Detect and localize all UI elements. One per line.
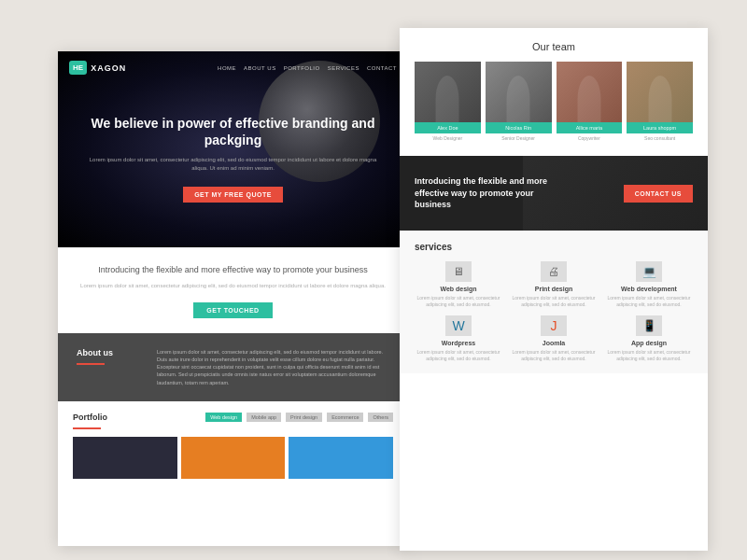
service-name-4: Wordpress: [415, 340, 502, 346]
hero-nav: HE XAGON HOME ABOUT US PORTFOLIO SERVICE…: [58, 61, 408, 75]
service-name-6: App design: [605, 340, 693, 346]
portfolio-filters: Web design Mobile app Print design Ecomm…: [205, 413, 393, 422]
service-app-design: 📱 App design Lorem ipsum dolor sit amet,…: [605, 315, 693, 362]
service-desc-3: Lorem ipsum dolor sit amet, consectetur …: [605, 295, 693, 308]
web-dev-icon: 💻: [636, 261, 662, 282]
print-design-icon: 🖨: [541, 261, 567, 282]
service-name-3: Web development: [605, 286, 693, 292]
team-member-2: Nicolas Rin Senior Designer: [486, 62, 552, 143]
team-name-4: Laura shoppm: [627, 122, 693, 133]
about-divider: [77, 363, 105, 365]
service-web-dev: 💻 Web development Lorem ipsum dolor sit …: [605, 261, 693, 308]
service-name-1: Web design: [415, 286, 502, 292]
team-title: Our team: [415, 41, 693, 52]
team-role-4: Seo consultant: [627, 133, 693, 143]
service-desc-5: Lorem ipsum dolor sit amet, consectetur …: [510, 349, 598, 362]
service-desc-4: Lorem ipsum dolor sit amet, consectetur …: [415, 349, 502, 362]
service-desc-6: Lorem ipsum dolor sit amet, consectetur …: [605, 349, 693, 362]
team-name-3: Allice maria: [557, 122, 623, 133]
about-right: Lorem ipsum dolor sit amet, consectetur …: [157, 348, 389, 386]
logo-hex: HE: [69, 61, 87, 75]
logo-text: XAGON: [91, 63, 126, 73]
about-left: About us: [77, 348, 142, 386]
nav-contact[interactable]: CONTACT: [367, 65, 397, 71]
services-grid: 🖥 Web design Lorem ipsum dolor sit amet,…: [415, 261, 693, 362]
web-design-icon: 🖥: [445, 261, 472, 282]
left-panel: HE XAGON HOME ABOUT US PORTFOLIO SERVICE…: [58, 51, 408, 546]
about-section: About us Lorem ipsum dolor sit amet, con…: [58, 333, 408, 401]
about-text: Lorem ipsum dolor sit amet, consectetur …: [157, 348, 389, 386]
team-member-1: Alex Doe Web Designer: [415, 62, 481, 143]
team-section: Our team Alex Doe Web Designer Nicolas R…: [400, 28, 708, 156]
services-section: services 🖥 Web design Lorem ipsum dolor …: [400, 231, 708, 373]
service-joomla: J Joomla Lorem ipsum dolor sit amet, con…: [510, 315, 598, 362]
get-touched-button[interactable]: GET TOUCHED: [193, 302, 272, 318]
contact-us-button[interactable]: CONTACT US: [624, 185, 693, 203]
nav-home[interactable]: HOME: [218, 65, 236, 71]
team-photo-1: [415, 62, 481, 122]
about-title: About us: [77, 348, 142, 357]
team-name-2: Nicolas Rin: [486, 122, 552, 133]
portfolio-item-2[interactable]: [181, 437, 286, 479]
team-member-4: Laura shoppm Seo consultant: [627, 62, 693, 143]
intro-title: Introducing the flexible and more effect…: [77, 264, 389, 276]
team-name-1: Alex Doe: [415, 122, 481, 133]
team-member-3: Allice maria Copywriter: [557, 62, 623, 143]
portfolio-item-1[interactable]: [73, 437, 177, 479]
intro-text: Lorem ipsum dolor sit amet, consectetur …: [77, 282, 389, 290]
service-desc-1: Lorem ipsum dolor sit amet, consectetur …: [415, 295, 502, 308]
services-title: services: [415, 242, 693, 252]
hero-menu: HOME ABOUT US PORTFOLIO SERVICES CONTACT: [218, 65, 397, 71]
service-wordpress: W Wordpress Lorem ipsum dolor sit amet, …: [415, 315, 502, 362]
team-photo-4: [627, 62, 693, 122]
team-role-1: Web Designer: [415, 133, 481, 143]
filter-print-design[interactable]: Print design: [286, 413, 322, 422]
hero-section: HE XAGON HOME ABOUT US PORTFOLIO SERVICE…: [58, 51, 408, 247]
portfolio-header: Portfolio Web design Mobile app Print de…: [73, 413, 393, 422]
portfolio-divider: [73, 427, 101, 429]
service-web-design: 🖥 Web design Lorem ipsum dolor sit amet,…: [415, 261, 502, 308]
logo[interactable]: HE XAGON: [69, 61, 126, 75]
nav-portfolio[interactable]: PORTFOLIO: [284, 65, 320, 71]
cta-text: Introducing the flexible and more effect…: [415, 175, 564, 211]
nav-about[interactable]: ABOUT US: [244, 65, 276, 71]
service-name-2: Print design: [510, 286, 598, 292]
hero-content: We believe in power of effective brandin…: [58, 115, 408, 203]
portfolio-title: Portfolio: [73, 413, 107, 422]
filter-web-design[interactable]: Web design: [205, 413, 242, 422]
get-quote-button[interactable]: GET MY FREE QUOTE: [183, 187, 283, 203]
app-design-icon: 📱: [636, 315, 662, 336]
service-desc-2: Lorem ipsum dolor sit amet, consectetur …: [510, 295, 598, 308]
joomla-icon: J: [541, 315, 567, 336]
team-role-3: Copywriter: [557, 133, 623, 143]
intro-section: Introducing the flexible and more effect…: [58, 247, 408, 333]
team-role-2: Senior Designer: [486, 133, 552, 143]
portfolio-section: Portfolio Web design Mobile app Print de…: [58, 401, 408, 490]
service-name-5: Joomla: [510, 340, 598, 346]
nav-services[interactable]: SERVICES: [328, 65, 359, 71]
team-grid: Alex Doe Web Designer Nicolas Rin Senior…: [415, 62, 693, 143]
hero-title: We believe in power of effective brandin…: [86, 115, 380, 148]
portfolio-grid: [73, 437, 393, 479]
filter-others[interactable]: Others: [368, 413, 393, 422]
team-photo-3: [557, 62, 623, 122]
cta-banner: Introducing the flexible and more effect…: [400, 156, 708, 231]
filter-ecommerce[interactable]: Ecommerce: [327, 413, 363, 422]
service-print-design: 🖨 Print design Lorem ipsum dolor sit ame…: [510, 261, 598, 308]
hero-subtitle: Lorem ipsum dolor sit amet, consectetur …: [86, 156, 380, 173]
right-panel: Our team Alex Doe Web Designer Nicolas R…: [400, 28, 708, 551]
team-photo-2: [486, 62, 552, 122]
portfolio-item-3[interactable]: [289, 437, 393, 479]
wordpress-icon: W: [445, 315, 472, 336]
filter-mobile-app[interactable]: Mobile app: [247, 413, 281, 422]
